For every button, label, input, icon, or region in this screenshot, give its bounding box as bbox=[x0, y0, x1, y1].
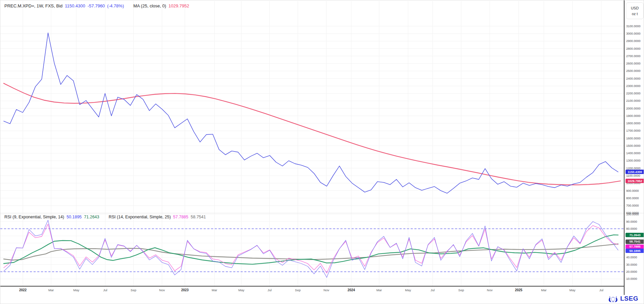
price-tick-label: 2700.0000 bbox=[626, 54, 641, 58]
price-tick-label: 1100.0000 bbox=[626, 174, 640, 177]
time-axis-separator bbox=[0, 286, 624, 287]
time-axis-label[interactable]: 2024 bbox=[344, 288, 359, 292]
time-axis-label[interactable]: Jul bbox=[594, 288, 609, 292]
price-tick-label: 1400.0000 bbox=[626, 151, 641, 155]
price-tick-label: 2500.0000 bbox=[626, 69, 641, 73]
rsi-tick-label: 40.0000 bbox=[626, 256, 637, 259]
rsi9-value: 50.1895 bbox=[67, 215, 82, 219]
rsi-tick-label: 20.0000 bbox=[626, 270, 637, 273]
price-tick-label: 1900.0000 bbox=[626, 114, 641, 118]
rsi-tick-label: 10.0000 bbox=[626, 277, 637, 280]
time-axis-label[interactable]: Jul bbox=[425, 288, 440, 292]
price-tick-label: 2800.0000 bbox=[626, 47, 641, 50]
time-axis-label[interactable]: 2025 bbox=[511, 288, 526, 292]
price-tick-label: 2300.0000 bbox=[626, 84, 641, 88]
price-tick-label: 2000.0000 bbox=[626, 107, 641, 110]
ma25-line[interactable] bbox=[4, 83, 620, 185]
rsi14-value: 57.7885 bbox=[173, 215, 188, 219]
price-tick-label: 900.0000 bbox=[626, 189, 639, 192]
price-axis-badge: 1029.7952 bbox=[626, 179, 644, 183]
time-axis-label[interactable]: May bbox=[234, 288, 249, 292]
time-axis-label[interactable]: Mar bbox=[44, 288, 58, 292]
price-change-pct: (-4.78%) bbox=[107, 3, 124, 8]
price-tick-label: 2400.0000 bbox=[626, 77, 641, 80]
rsi14-signal-value: 58.7541 bbox=[191, 215, 206, 219]
price-tick-label: 3100.0000 bbox=[626, 25, 641, 28]
rsi-axis-badge: 58.7541 bbox=[626, 240, 644, 244]
lseg-crest-icon bbox=[608, 295, 618, 303]
rsi9-signal-value: 71.2643 bbox=[84, 215, 99, 219]
time-axis-label[interactable]: Mar bbox=[207, 288, 222, 292]
rsi-axis-badge: 71.2643 bbox=[626, 233, 644, 237]
price-axis-line[interactable] bbox=[624, 0, 625, 295]
time-axis-label[interactable]: Sep bbox=[126, 288, 141, 292]
rsi14_signal-line[interactable] bbox=[4, 244, 618, 260]
price-tick-label: 2900.0000 bbox=[626, 39, 641, 43]
rsi-legend: RSI (9, Exponential, Simple, 14) 50.1895… bbox=[4, 215, 206, 219]
rsi14-indicator-label[interactable]: RSI (14, Exponential, Simple, 25) bbox=[109, 215, 171, 219]
price-tick-label: 1600.0000 bbox=[626, 137, 641, 140]
price-tick-label: 1500.0000 bbox=[626, 144, 641, 147]
price-tick-label: 800.0000 bbox=[626, 197, 639, 200]
gridlines bbox=[0, 1, 624, 286]
time-axis-label[interactable]: May bbox=[401, 288, 415, 292]
price-tick-label: 1800.0000 bbox=[626, 122, 641, 125]
price-tick-label: 1300.0000 bbox=[626, 159, 641, 162]
price-line[interactable] bbox=[4, 33, 618, 193]
rsi-tick-label: 90.0000 bbox=[626, 220, 637, 223]
pane-divider[interactable] bbox=[0, 213, 644, 213]
axis-unit-measure: oz t bbox=[632, 12, 638, 16]
instrument-label[interactable]: PREC.M.XPD=, 1W, FXS, Bid bbox=[4, 3, 63, 8]
time-axis-label[interactable]: Jul bbox=[262, 288, 277, 292]
ma-value: 1029.7952 bbox=[168, 3, 189, 8]
rsi-axis-badge: 50.1895 bbox=[626, 249, 644, 253]
time-axis-label[interactable]: Mar bbox=[372, 288, 387, 292]
time-axis-label[interactable]: Sep bbox=[290, 288, 305, 292]
time-axis-label[interactable]: Jul bbox=[98, 288, 113, 292]
time-axis-label[interactable]: 2022 bbox=[15, 288, 30, 292]
ma-indicator-label[interactable]: MA (25, close, 0) bbox=[133, 3, 166, 8]
price-tick-label: 2600.0000 bbox=[626, 62, 641, 65]
price-tick-label: 2200.0000 bbox=[626, 92, 641, 95]
price-change-value: -57.7960 bbox=[88, 3, 105, 8]
lseg-logo-text: LSEG bbox=[620, 295, 638, 302]
rsi-axis-badge: 57.7885 bbox=[626, 245, 644, 249]
axis-unit-currency: USD bbox=[631, 6, 639, 10]
price-axis-badge: 1150.4300 bbox=[626, 170, 644, 174]
rsi-tick-label: 100.0000 bbox=[626, 213, 639, 216]
price-tick-label: 1700.0000 bbox=[626, 129, 641, 132]
price-tick-label: 3000.0000 bbox=[626, 32, 641, 35]
time-axis-label[interactable]: Nov bbox=[319, 288, 334, 292]
time-axis-label[interactable]: May bbox=[565, 288, 580, 292]
axis-unit-box: USD oz t bbox=[626, 2, 644, 19]
lseg-logo: LSEG bbox=[608, 295, 638, 303]
time-axis-label[interactable]: Sep bbox=[454, 288, 469, 292]
time-axis-label[interactable]: Nov bbox=[155, 288, 169, 292]
price-tick-label: 1200.0000 bbox=[626, 167, 641, 170]
price-legend: PREC.M.XPD=, 1W, FXS, Bid 1150.4300 -57.… bbox=[4, 3, 189, 8]
time-axis-label[interactable]: Mar bbox=[536, 288, 551, 292]
rsi9-indicator-label[interactable]: RSI (9, Exponential, Simple, 14) bbox=[4, 215, 64, 219]
chart-window: PREC.M.XPD=, 1W, FXS, Bid 1150.4300 -57.… bbox=[0, 0, 644, 304]
rsi-tick-label: 80.0000 bbox=[626, 227, 637, 230]
last-price-value: 1150.4300 bbox=[65, 3, 85, 8]
price-tick-label: 700.0000 bbox=[626, 204, 639, 207]
chart-canvas[interactable] bbox=[0, 0, 644, 304]
time-axis-label[interactable]: May bbox=[69, 288, 84, 292]
rsi-tick-label: 30.0000 bbox=[626, 263, 637, 266]
time-axis-label[interactable]: 2023 bbox=[177, 288, 192, 292]
price-tick-label: 2100.0000 bbox=[626, 99, 641, 102]
time-axis-label[interactable]: Nov bbox=[482, 288, 497, 292]
